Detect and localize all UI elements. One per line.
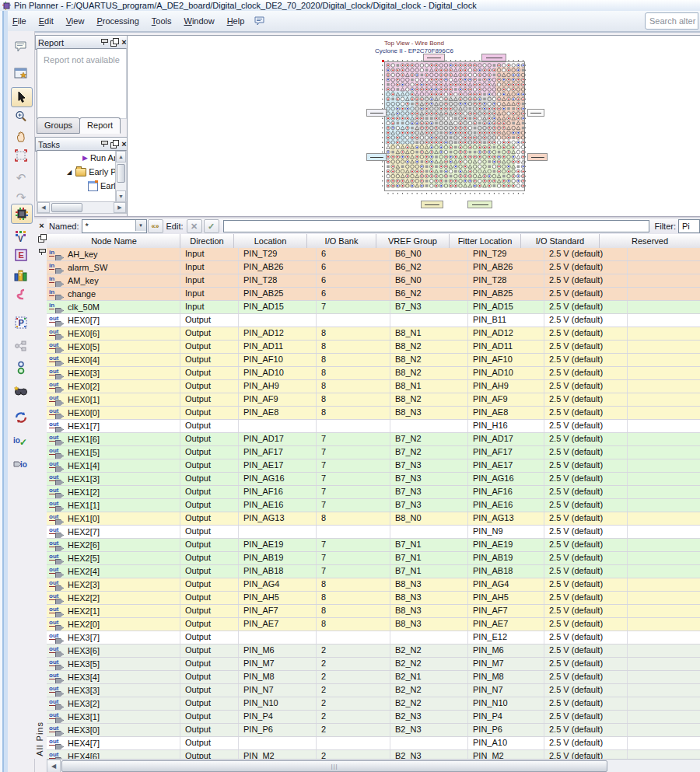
column-reserved[interactable]: Reserved	[600, 234, 700, 248]
table-row[interactable]: out HEX3[4] Output PIN_M8 2 B2_N1 PIN_M8…	[47, 671, 700, 684]
table-row[interactable]: in clk_50M Input PIN_AD15 7 B7_N3 PIN_AD…	[47, 301, 700, 314]
io-standard-cell[interactable]: 2.5 V (default)	[544, 486, 628, 498]
task-early-sub[interactable]: Early	[37, 179, 126, 193]
io-standard-cell[interactable]: 2.5 V (default)	[544, 724, 628, 736]
table-row[interactable]: out HEX3[1] Output PIN_P4 2 B2_N3 PIN_P4…	[47, 711, 700, 724]
reserved-cell[interactable]	[628, 644, 700, 657]
scroll-up-icon[interactable]: ▲	[116, 151, 126, 162]
location-cell[interactable]: PIN_AD10	[239, 367, 317, 379]
table-row[interactable]: out HEX1[5] Output PIN_AF17 7 B7_N2 PIN_…	[47, 446, 700, 459]
location-cell[interactable]: PIN_N10	[239, 697, 317, 710]
two-circles-icon[interactable]	[11, 358, 31, 377]
scroll-left-icon[interactable]: ◀	[37, 202, 50, 213]
pin-panel-icon[interactable]	[100, 38, 108, 47]
pin-panel-icon[interactable]	[100, 140, 108, 148]
io-standard-cell[interactable]: 2.5 V (default)	[544, 459, 628, 472]
location-cell[interactable]	[239, 526, 317, 538]
location-cell[interactable]: PIN_AE17	[239, 459, 317, 472]
scrollbar-thumb[interactable]: |||	[61, 760, 607, 772]
table-row[interactable]: out HEX1[4] Output PIN_AE17 7 B7_N3 PIN_…	[47, 459, 700, 473]
io-standard-cell[interactable]: 2.5 V (default)	[544, 592, 628, 604]
table-row[interactable]: in AM_key Input PIN_T28 6 B6_N0 PIN_T28 …	[47, 274, 700, 288]
io-standard-cell[interactable]: 2.5 V (default)	[544, 644, 628, 657]
menu-edit[interactable]: Edit	[33, 13, 60, 29]
location-cell[interactable]: PIN_AD12	[239, 327, 317, 340]
table-row[interactable]: out HEX0[4] Output PIN_AF10 8 B8_N2 PIN_…	[47, 354, 700, 367]
io-standard-cell[interactable]: 2.5 V (default)	[544, 367, 628, 379]
table-row[interactable]: out HEX4[6] Output PIN_M2 2 B2_N3 PIN_M2…	[47, 750, 700, 759]
table-row[interactable]: out HEX0[1] Output PIN_AF9 8 B8_N2 PIN_A…	[47, 393, 700, 407]
reserved-cell[interactable]	[628, 526, 700, 538]
arrow-cursor-icon[interactable]	[11, 87, 33, 107]
reserved-cell[interactable]	[628, 248, 700, 260]
io-standard-cell[interactable]: 2.5 V (default)	[544, 605, 628, 617]
table-row[interactable]: out HEX2[0] Output PIN_AE7 8 B8_N3 PIN_A…	[47, 618, 700, 631]
column-vref-group[interactable]: VREF Group	[376, 234, 450, 248]
chevron-down-icon[interactable]: ▼	[135, 220, 146, 231]
float-panel-icon[interactable]	[110, 38, 118, 47]
io-standard-cell[interactable]: 2.5 V (default)	[544, 512, 628, 525]
location-cell[interactable]	[239, 314, 317, 327]
task-early-pin[interactable]: ◢ Early Pin	[37, 165, 126, 179]
p-badge-icon[interactable]: P	[11, 313, 31, 332]
table-row[interactable]: in AH_key Input PIN_T29 6 B6_N0 PIN_T29 …	[47, 248, 700, 261]
location-cell[interactable]	[239, 420, 317, 432]
table-row[interactable]: out HEX3[2] Output PIN_N10 2 B2_N2 PIN_N…	[47, 697, 700, 711]
column-fitter-location[interactable]: Fitter Location	[450, 234, 521, 248]
io-standard-cell[interactable]: 2.5 V (default)	[544, 671, 628, 683]
edit-cancel-button[interactable]: ✕	[187, 219, 202, 233]
io-standard-cell[interactable]: 2.5 V (default)	[544, 750, 628, 759]
location-cell[interactable]: PIN_AF16	[239, 486, 317, 498]
table-row[interactable]: in change Input PIN_AB25 6 B6_N2 PIN_AB2…	[47, 288, 700, 301]
location-cell[interactable]: PIN_AB19	[239, 552, 317, 564]
location-cell[interactable]: PIN_AF10	[239, 354, 317, 366]
location-cell[interactable]: PIN_P4	[239, 711, 317, 723]
io-standard-cell[interactable]: 2.5 V (default)	[544, 658, 628, 670]
task-run-analysis[interactable]: ▶ Run Anal	[37, 151, 126, 165]
io-standard-cell[interactable]: 2.5 V (default)	[544, 711, 628, 723]
table-row[interactable]: out HEX1[6] Output PIN_AD17 7 B7_N2 PIN_…	[47, 433, 700, 446]
io-standard-cell[interactable]: 2.5 V (default)	[544, 499, 628, 512]
binoculars-icon[interactable]	[11, 381, 31, 400]
location-cell[interactable]: PIN_AE16	[239, 499, 317, 512]
package-view[interactable]: Top View - Wire Bond Cyclone II - EP2C70…	[127, 35, 700, 217]
reserved-cell[interactable]	[628, 327, 700, 340]
location-cell[interactable]: PIN_AF7	[239, 605, 317, 617]
table-row[interactable]: out HEX4[7] Output PIN_A10 2.5 V (defaul…	[47, 737, 700, 750]
pin-planner-chip-icon[interactable]	[11, 204, 33, 224]
location-cell[interactable]: PIN_AB25	[239, 288, 317, 300]
reserved-cell[interactable]	[628, 341, 700, 353]
city-blocks-icon[interactable]	[11, 266, 31, 285]
package-pin-grid[interactable]	[382, 60, 527, 197]
reserved-cell[interactable]	[628, 288, 700, 300]
column-io-bank[interactable]: I/O Bank	[307, 234, 376, 248]
table-row[interactable]: out HEX3[5] Output PIN_M7 2 B2_N2 PIN_M7…	[47, 658, 700, 671]
table-row[interactable]: out HEX2[5] Output PIN_AB19 7 B7_N1 PIN_…	[47, 552, 700, 565]
reserved-cell[interactable]	[628, 750, 700, 759]
location-cell[interactable]: PIN_AG16	[239, 473, 317, 485]
io-standard-cell[interactable]: 2.5 V (default)	[544, 539, 628, 551]
reserved-cell[interactable]	[628, 261, 700, 274]
reserved-cell[interactable]	[628, 446, 700, 459]
float-panel-icon[interactable]	[37, 234, 46, 243]
table-row[interactable]: out HEX1[3] Output PIN_AG16 7 B7_N3 PIN_…	[47, 473, 700, 486]
io-standard-cell[interactable]: 2.5 V (default)	[544, 420, 628, 432]
scrollbar-thumb[interactable]	[117, 164, 125, 183]
io-standard-cell[interactable]: 2.5 V (default)	[544, 631, 628, 644]
location-cell[interactable]: PIN_N7	[239, 684, 317, 697]
menu-processing[interactable]: Processing	[90, 13, 145, 29]
table-row[interactable]: out HEX2[7] Output PIN_N9 2.5 V (default…	[47, 526, 700, 539]
location-cell[interactable]: PIN_M2	[239, 750, 317, 759]
location-cell[interactable]: PIN_AF9	[239, 393, 317, 406]
table-row[interactable]: out HEX2[1] Output PIN_AF7 8 B8_N3 PIN_A…	[47, 605, 700, 618]
reserved-cell[interactable]	[628, 671, 700, 683]
all-pins-tab[interactable]: All Pins	[35, 721, 46, 756]
node-finder-button[interactable]: «»	[148, 219, 163, 233]
reserved-cell[interactable]	[628, 697, 700, 710]
location-cell[interactable]: PIN_AB26	[239, 261, 317, 274]
edit-value-input[interactable]	[223, 220, 649, 232]
column-io-standard[interactable]: I/O Standard	[521, 234, 600, 248]
location-cell[interactable]: PIN_AG13	[239, 512, 317, 525]
reserved-cell[interactable]	[628, 578, 700, 591]
reserved-cell[interactable]	[628, 301, 700, 313]
